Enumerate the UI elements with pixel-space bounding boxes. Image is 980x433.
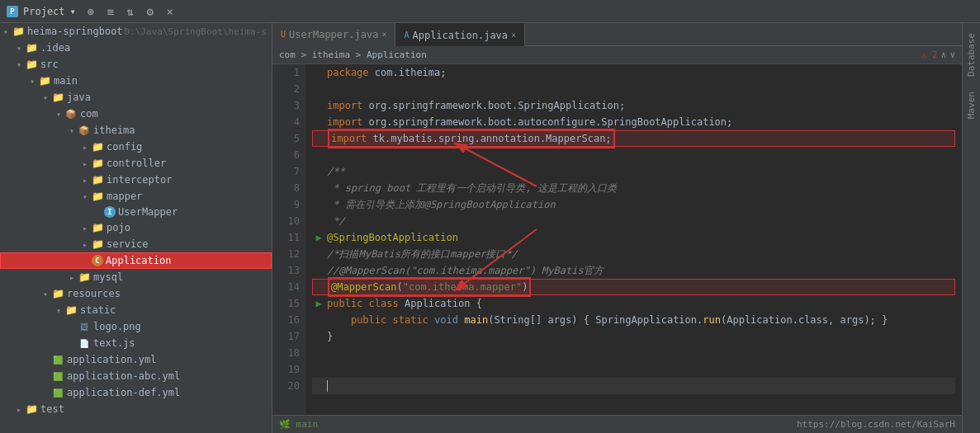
- code-line-11: ▶@SpringBootApplication: [312, 229, 955, 246]
- run-icon[interactable]: ▶: [315, 229, 321, 246]
- tree-item-resources[interactable]: ▾📁resources: [0, 285, 272, 302]
- line-numbers: 1234567891011121314151617181920: [272, 64, 305, 415]
- tree-item-interceptor[interactable]: ▸📁interceptor: [0, 172, 272, 188]
- editor-content[interactable]: 1234567891011121314151617181920 package …: [272, 64, 962, 415]
- tab-application[interactable]: A Application.java ×: [395, 23, 525, 46]
- tree-item-Application[interactable]: CApplication: [0, 252, 272, 269]
- code-token: [428, 312, 434, 328]
- line-num-5: 5: [272, 130, 300, 147]
- tree-item-controller[interactable]: ▸📁controller: [0, 155, 272, 172]
- line-num-15: 15: [272, 295, 300, 312]
- expand-icon[interactable]: ⇅: [122, 3, 139, 20]
- gutter-icon-2: [312, 82, 325, 96]
- tree-item-com[interactable]: ▾📦com: [0, 106, 272, 122]
- expand-errors-icon[interactable]: ∧: [941, 49, 947, 60]
- tree-item-application_abc_yml[interactable]: 🟩application-abc.yml: [0, 368, 272, 384]
- sync-icon[interactable]: ≡: [102, 3, 119, 20]
- folder-icon: 📁: [91, 238, 104, 251]
- code-token: .: [697, 312, 703, 328]
- folder-icon: 📁: [25, 41, 38, 54]
- code-line-3: import org.springframework.boot.SpringAp…: [312, 97, 955, 114]
- tree-item-application_def_yml[interactable]: 🟩application-def.yml: [0, 384, 272, 401]
- right-sidebar: Database Maven: [962, 23, 980, 433]
- code-token: void: [434, 312, 458, 328]
- tree-arrow: [66, 337, 78, 349]
- gutter-icon-18: [312, 346, 325, 360]
- code-token: @SpringBootApplication: [327, 229, 458, 246]
- folder-icon: 📁: [12, 25, 25, 38]
- main-area: ▾📁heima-springboot D:\Java\SpringBoot\he…: [0, 23, 980, 433]
- code-token: run: [703, 312, 721, 328]
- tree-item-text_js[interactable]: 📄text.js: [0, 335, 272, 351]
- tree-item-_idea[interactable]: ▾📁.idea: [0, 40, 272, 56]
- highlighted-code: @MapperScan("com.itheima.mapper"): [328, 277, 531, 297]
- tree-item-static[interactable]: ▾📁static: [0, 302, 272, 318]
- tree-item-label: Application: [106, 255, 171, 266]
- yaml-icon: 🟩: [51, 353, 64, 366]
- gutter-icon-19: [312, 363, 325, 376]
- database-panel-toggle[interactable]: Database: [966, 26, 977, 83]
- project-dropdown[interactable]: ▾: [70, 6, 76, 17]
- code-token: //@MapperScan("com.itheima.mapper") MyBa…: [327, 262, 604, 279]
- file-tree-sidebar: ▾📁heima-springboot D:\Java\SpringBoot\he…: [0, 23, 272, 433]
- line-num-12: 12: [272, 246, 300, 262]
- code-token: .class, args); }: [793, 312, 888, 328]
- tree-item-pojo[interactable]: ▸📁pojo: [0, 219, 272, 236]
- tab-application-close[interactable]: ×: [511, 31, 516, 40]
- tree-item-UserMapper[interactable]: IUserMapper: [0, 205, 272, 219]
- collapse-errors-icon[interactable]: ∨: [949, 49, 955, 60]
- new-file-icon[interactable]: ⊕: [83, 3, 99, 20]
- code-token: static: [393, 312, 428, 328]
- code-line-8: * spring boot 工程里有一个启动引导类, 这是工程的入口类: [312, 180, 955, 196]
- tree-item-logo_png[interactable]: 🖼logo.png: [0, 318, 272, 335]
- code-line-19: [312, 361, 955, 378]
- tree-item-src[interactable]: ▾📁src: [0, 56, 272, 73]
- code-token: String: [494, 312, 529, 328]
- run-icon[interactable]: ▶: [315, 295, 321, 312]
- tree-item-label: mysql: [93, 271, 123, 283]
- gutter-icon-14: [313, 280, 326, 294]
- code-editor[interactable]: package com.itheima;import org.springfra…: [305, 64, 962, 415]
- tree-item-itheima[interactable]: ▾📦itheima: [0, 122, 272, 139]
- gutter-icon-9: [312, 198, 325, 211]
- tree-item-mysql[interactable]: ▸📁mysql: [0, 269, 272, 285]
- tree-item-label: logo.png: [93, 321, 141, 332]
- project-label[interactable]: Project: [23, 6, 65, 17]
- gutter-icon-12: [312, 247, 325, 261]
- code-token: ;: [727, 114, 732, 130]
- tree-item-label: test: [40, 403, 64, 415]
- tab-usermapper[interactable]: U UserMapper.java ×: [272, 23, 395, 46]
- code-token: org.springframework.boot.: [362, 97, 518, 114]
- settings-icon[interactable]: ⚙: [142, 3, 159, 20]
- code-token: }: [327, 328, 333, 345]
- line-num-9: 9: [272, 196, 300, 213]
- tree-item-config[interactable]: ▸📁config: [0, 139, 272, 155]
- code-line-9: * 需在引导类上添加@SpringBootApplication: [312, 196, 955, 213]
- folder-icon: 📁: [25, 402, 38, 416]
- tree-item-java[interactable]: ▾📁java: [0, 89, 272, 106]
- tab-usermapper-close[interactable]: ×: [381, 30, 386, 39]
- tree-item-application_yml[interactable]: 🟩application.yml: [0, 351, 272, 368]
- code-token: Application: [727, 312, 792, 328]
- code-token: [362, 295, 368, 312]
- line-num-20: 20: [272, 378, 300, 394]
- tree-item-mapper[interactable]: ▾📁mapper: [0, 188, 272, 205]
- code-token: {: [470, 295, 481, 312]
- code-token: import: [327, 114, 362, 130]
- folder-icon: 📁: [91, 173, 104, 186]
- tree-item-service[interactable]: ▸📁service: [0, 236, 272, 252]
- package-icon: 📦: [78, 124, 91, 137]
- line-num-2: 2: [272, 81, 300, 97]
- tree-item-label: controller: [107, 158, 166, 169]
- tree-item-label: application-def.yml: [67, 387, 180, 398]
- tree-item-heima_springboot[interactable]: ▾📁heima-springboot D:\Java\SpringBoot\he…: [0, 23, 272, 40]
- code-token: */: [327, 213, 345, 229]
- gutter-icon-11: ▶: [312, 231, 325, 244]
- tree-item-test[interactable]: ▸📁test: [0, 401, 272, 417]
- tree-item-label: mapper: [107, 191, 142, 202]
- top-bar-actions: ⊕ ≡ ⇅ ⚙ ×: [83, 3, 178, 20]
- tree-item-main[interactable]: ▾📁main: [0, 73, 272, 89]
- close-panel-icon[interactable]: ×: [162, 3, 178, 20]
- js-icon: 📄: [78, 337, 91, 350]
- maven-panel-toggle[interactable]: Maven: [966, 85, 977, 125]
